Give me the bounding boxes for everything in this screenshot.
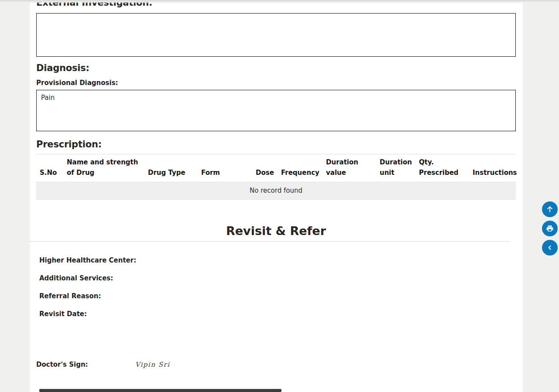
prescription-header-row: S.No Name and strength of Drug Drug Type… (36, 154, 516, 182)
col-duration-value: Duration value (322, 154, 376, 182)
no-record-message: No record found (36, 182, 516, 200)
higher-healthcare-center-label: Higher Healthcare Center: (39, 256, 136, 264)
chevron-left-icon (546, 244, 553, 251)
field-higher-healthcare-center: Higher Healthcare Center: (39, 256, 516, 265)
diagnosis-heading: Diagnosis: (36, 62, 516, 74)
col-dose: Dose (252, 154, 278, 182)
additional-services-label: Additional Services: (39, 274, 113, 282)
col-qty-prescribed: Qty. Prescribed (415, 154, 469, 182)
prescription-heading: Prescription: (36, 139, 516, 150)
provisional-diagnosis-field[interactable]: Pain (36, 90, 516, 131)
printer-icon (546, 225, 554, 232)
revisit-refer-heading: Revisit & Refer (36, 224, 516, 239)
document-card: External Investigation: Diagnosis: Provi… (30, 0, 523, 392)
provisional-diagnosis-label: Provisional Diagnosis: (36, 79, 516, 87)
doctor-sign-row: Doctor's Sign: Vipin Sri (36, 361, 516, 368)
col-duration-unit: Duration unit (376, 154, 415, 182)
header-scroll-shadow (0, 0, 559, 3)
empty-state-row: No record found (36, 182, 516, 200)
field-additional-services: Additional Services: (39, 274, 516, 283)
horizontal-scrollbar-thumb[interactable] (39, 389, 281, 392)
col-sno: S.No (36, 154, 63, 182)
referral-reason-label: Referral Reason: (39, 292, 101, 300)
revisit-date-label: Revisit Date: (39, 310, 87, 318)
revisit-refer-divider (30, 241, 511, 242)
col-form: Form (198, 154, 252, 182)
prescription-table: S.No Name and strength of Drug Drug Type… (36, 154, 516, 200)
floating-action-buttons (542, 201, 558, 256)
col-instructions: Instructions (469, 154, 516, 182)
doctor-sign-label: Doctor's Sign: (36, 361, 88, 368)
field-referral-reason: Referral Reason: (39, 292, 516, 300)
arrow-up-icon (545, 205, 554, 214)
external-investigation-field[interactable] (36, 13, 516, 57)
scroll-to-top-button[interactable] (542, 201, 558, 217)
doctor-signature: Vipin Sri (135, 361, 170, 368)
col-frequency: Frequency (278, 154, 322, 182)
print-button[interactable] (542, 221, 558, 236)
col-drug-name: Name and strength of Drug (63, 154, 144, 182)
col-drug-type: Drug Type (144, 154, 198, 182)
field-revisit-date: Revisit Date: (39, 310, 516, 318)
collapse-panel-button[interactable] (542, 240, 558, 256)
revisit-refer-fields: Higher Healthcare Center: Additional Ser… (39, 256, 516, 318)
